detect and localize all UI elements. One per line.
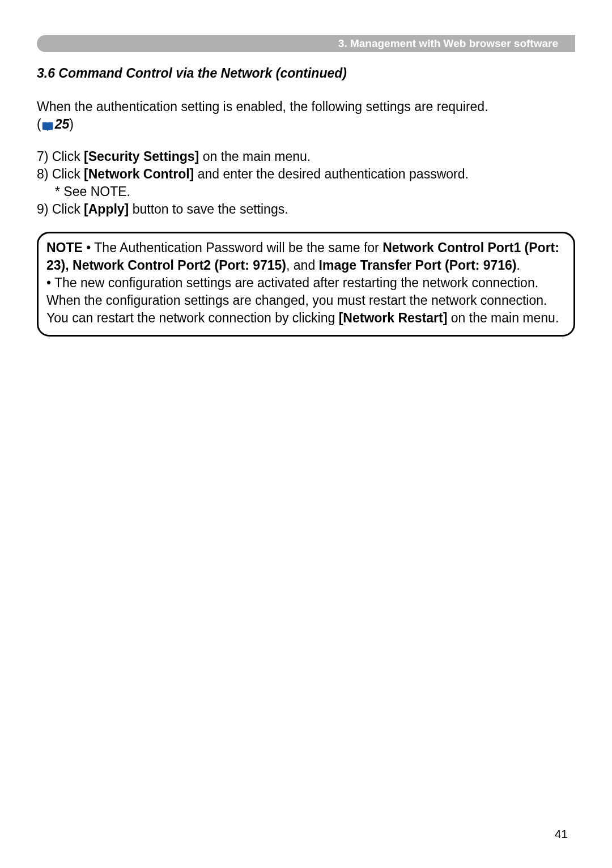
step-9-suffix: button to save the settings. bbox=[129, 202, 288, 216]
step-8-bold: [Network Control] bbox=[84, 167, 194, 181]
step-9: 9) Click [Apply] button to save the sett… bbox=[37, 201, 575, 218]
ref-number: 25 bbox=[55, 117, 70, 131]
note-p1-a: • The Authentication Password will be th… bbox=[83, 240, 382, 255]
header-bar: 3. Management with Web browser software bbox=[37, 35, 575, 52]
note-p2-c: on the main menu. bbox=[447, 310, 559, 325]
step-7-suffix: on the main menu. bbox=[199, 149, 311, 164]
header-chapter-text: 3. Management with Web browser software bbox=[338, 37, 558, 50]
step-8: 8) Click [Network Control] and enter the… bbox=[37, 165, 575, 183]
page-number: 41 bbox=[555, 827, 568, 841]
step-7: 7) Click [Security Settings] on the main… bbox=[37, 148, 575, 165]
step-8-note: * See NOTE. bbox=[37, 183, 575, 201]
ref-open: ( bbox=[37, 117, 41, 131]
step-7-prefix: 7) Click bbox=[37, 149, 84, 164]
ref-close: ) bbox=[69, 117, 74, 131]
note-p1-c: , and bbox=[286, 258, 319, 273]
step-7-bold: [Security Settings] bbox=[84, 149, 199, 164]
step-8-prefix: 8) Click bbox=[37, 167, 84, 181]
note-box: NOTE • The Authentication Password will … bbox=[37, 232, 575, 337]
note-p2-b: [Network Restart] bbox=[339, 310, 448, 325]
step-8-suffix: and enter the desired authentication pas… bbox=[194, 167, 469, 181]
step-9-prefix: 9) Click bbox=[37, 202, 84, 216]
step-list: 7) Click [Security Settings] on the main… bbox=[37, 148, 575, 218]
reference-line: (25) bbox=[37, 117, 575, 132]
page-container: 3. Management with Web browser software … bbox=[0, 0, 612, 337]
book-icon bbox=[41, 120, 54, 130]
note-p1-d: Image Transfer Port (Port: 9716) bbox=[319, 258, 517, 273]
intro-text: When the authentication setting is enabl… bbox=[37, 98, 575, 116]
section-title: 3.6 Command Control via the Network (con… bbox=[37, 66, 575, 81]
note-p1-e: . bbox=[517, 258, 520, 273]
note-label: NOTE bbox=[46, 240, 83, 255]
step-9-bold: [Apply] bbox=[84, 202, 129, 216]
